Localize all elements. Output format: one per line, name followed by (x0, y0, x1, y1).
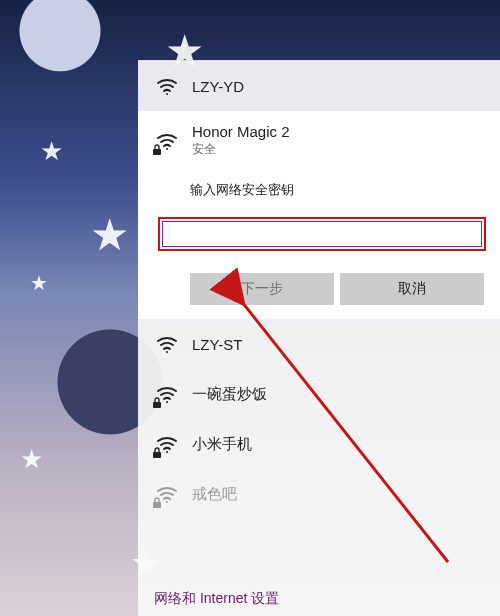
wifi-network-name: Honor Magic 2 (192, 123, 290, 140)
wifi-network-item[interactable]: 戒色吧 (138, 469, 500, 519)
wifi-flyout-panel: LZY-YD Honor Magic 2 安全 输入网络安全密钥 下一步 取消 (138, 60, 500, 616)
wifi-security-label: 安全 (192, 141, 290, 158)
wifi-network-name: 小米手机 (192, 435, 252, 454)
wifi-network-name: LZY-ST (192, 336, 242, 353)
wifi-network-list: LZY-YD Honor Magic 2 安全 输入网络安全密钥 下一步 取消 (138, 61, 500, 578)
wifi-network-item[interactable]: LZY-ST (138, 319, 500, 369)
svg-point-8 (166, 501, 168, 503)
svg-point-4 (166, 401, 168, 403)
wifi-network-item[interactable]: LZY-YD (138, 61, 500, 111)
cancel-button[interactable]: 取消 (340, 273, 484, 305)
svg-rect-2 (153, 149, 161, 155)
wifi-network-item-expanded: Honor Magic 2 安全 输入网络安全密钥 下一步 取消 (138, 111, 500, 319)
star-decoration: ★ (40, 136, 63, 167)
password-prompt-label: 输入网络安全密钥 (190, 182, 484, 199)
svg-point-6 (166, 451, 168, 453)
cancel-button-label: 取消 (398, 280, 426, 298)
star-decoration: ★ (20, 444, 43, 475)
star-decoration: ★ (30, 271, 48, 295)
svg-point-3 (166, 351, 168, 353)
svg-rect-7 (153, 452, 161, 458)
wifi-network-item[interactable]: 小米手机 (138, 419, 500, 469)
star-decoration: ★ (90, 209, 129, 260)
wifi-network-item[interactable]: 一碗蛋炒饭 (138, 369, 500, 419)
wifi-signal-icon (154, 331, 180, 357)
svg-rect-9 (153, 502, 161, 508)
wifi-network-name: LZY-YD (192, 78, 244, 95)
svg-point-0 (166, 93, 168, 95)
network-settings-link[interactable]: 网络和 Internet 设置 (138, 578, 500, 616)
password-input[interactable] (170, 225, 478, 245)
wifi-network-header[interactable]: Honor Magic 2 安全 (154, 123, 484, 158)
lock-icon (151, 144, 163, 156)
svg-point-1 (166, 148, 168, 150)
wifi-signal-secured-icon (154, 128, 180, 154)
wifi-signal-icon (154, 73, 180, 99)
network-settings-link-label: 网络和 Internet 设置 (154, 590, 279, 606)
next-button-label: 下一步 (241, 280, 283, 298)
svg-rect-5 (153, 402, 161, 408)
lock-icon (151, 497, 163, 509)
wifi-network-name: 一碗蛋炒饭 (192, 385, 267, 404)
lock-icon (151, 397, 163, 409)
wifi-signal-secured-icon (154, 381, 180, 407)
lock-icon (151, 447, 163, 459)
wifi-signal-secured-icon (154, 431, 180, 457)
wifi-network-name: 戒色吧 (192, 485, 237, 504)
password-input-highlight (158, 217, 486, 251)
wifi-signal-secured-icon (154, 481, 180, 507)
next-button[interactable]: 下一步 (190, 273, 334, 305)
